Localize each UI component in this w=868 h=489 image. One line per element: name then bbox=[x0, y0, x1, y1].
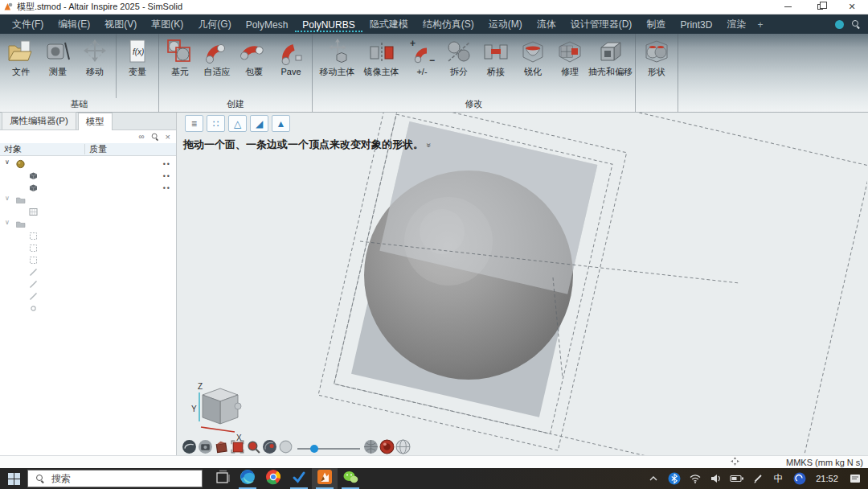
body-mode-icon[interactable]: ▲ bbox=[272, 115, 290, 132]
battery-icon[interactable] bbox=[727, 472, 746, 485]
3d-scene[interactable] bbox=[177, 113, 867, 455]
find-replace-icon[interactable]: ∞ bbox=[138, 133, 144, 141]
assistant-icon[interactable] bbox=[835, 20, 844, 29]
ribbon-button-split[interactable]: 拆分 bbox=[440, 38, 477, 98]
ribbon-button-mirror[interactable]: 镜像主体 bbox=[359, 38, 403, 98]
bluetooth-icon[interactable] bbox=[665, 472, 683, 485]
taskbar-app-task-view[interactable] bbox=[209, 468, 235, 489]
vertex-mode-icon[interactable]: ∷ bbox=[207, 115, 225, 132]
start-button[interactable] bbox=[0, 468, 27, 489]
chevron-down-icon[interactable]: ∨ bbox=[5, 158, 10, 166]
zoom-slider[interactable] bbox=[297, 442, 360, 456]
globe-icon[interactable] bbox=[395, 443, 411, 455]
material-icon[interactable] bbox=[379, 443, 395, 455]
ribbon-button-repair[interactable]: 修理 bbox=[551, 38, 588, 98]
menu-item-[interactable]: 渲染 bbox=[719, 15, 753, 33]
menu-item-g[interactable]: 几何(G) bbox=[190, 15, 238, 33]
visibility-dots[interactable]: •• bbox=[163, 160, 171, 168]
tree-item-9[interactable] bbox=[0, 266, 176, 278]
ribbon-button-plusminus[interactable]: +−+/- bbox=[403, 38, 440, 98]
visibility-dots[interactable]: •• bbox=[163, 172, 171, 180]
zoom-icon[interactable] bbox=[246, 443, 261, 455]
tree-item-1[interactable]: •• bbox=[0, 170, 176, 182]
menu-item-polynurbs[interactable]: PolyNURBS bbox=[295, 17, 362, 32]
tree-item-8[interactable] bbox=[0, 254, 176, 266]
menu-item-[interactable]: 隐式建模 bbox=[362, 15, 416, 33]
chevron-down-icon[interactable]: ∨ bbox=[5, 219, 10, 226]
tree-item-6[interactable] bbox=[0, 230, 176, 242]
ribbon-button-elbow[interactable]: 自适应 bbox=[199, 38, 235, 98]
minimize-button[interactable] bbox=[772, 0, 804, 14]
rotate-view-icon[interactable] bbox=[262, 443, 277, 455]
menu-item-[interactable]: 制造 bbox=[639, 15, 673, 33]
tree-item-12[interactable] bbox=[0, 302, 176, 314]
menu-item-k[interactable]: 草图(K) bbox=[144, 15, 190, 33]
ribbon-button-sharpen[interactable]: 锐化 bbox=[514, 38, 551, 98]
panel-tab-1[interactable]: 模型 bbox=[78, 113, 113, 130]
tree-item-5[interactable]: ∨ bbox=[0, 218, 176, 230]
ribbon-button-elbow3[interactable]: Pave bbox=[272, 38, 309, 98]
mesh-sphere-icon[interactable] bbox=[363, 443, 379, 455]
ribbon-button-primitives[interactable]: 基元 bbox=[162, 38, 199, 98]
column-mass[interactable]: 质量 bbox=[89, 143, 107, 155]
tree-item-4[interactable] bbox=[0, 206, 176, 218]
min-sphere-icon[interactable] bbox=[278, 443, 293, 455]
taskbar-app-inspire[interactable] bbox=[312, 468, 338, 489]
taskbar-search-input[interactable]: 搜索 bbox=[27, 470, 203, 487]
units-label[interactable]: MMKS (mm kg N s) bbox=[786, 458, 868, 467]
menu-item-v[interactable]: 视图(V) bbox=[97, 15, 144, 33]
tree-item-2[interactable]: •• bbox=[0, 182, 176, 194]
restore-button[interactable] bbox=[804, 0, 836, 14]
menu-item-[interactable]: 流体 bbox=[530, 15, 563, 33]
pen-icon[interactable] bbox=[748, 472, 767, 485]
menu-item-print3d[interactable]: Print3D bbox=[673, 17, 719, 32]
snapshot-icon[interactable] bbox=[198, 443, 213, 455]
hint-expand-icon[interactable]: » bbox=[424, 143, 433, 148]
volume-icon[interactable] bbox=[706, 472, 725, 485]
column-object[interactable]: 对象 bbox=[4, 143, 22, 155]
ribbon-button-shell[interactable]: 抽壳和偏移 bbox=[588, 38, 633, 98]
menu-search-icon[interactable] bbox=[852, 20, 860, 28]
menu-item-s[interactable]: 结构仿真(S) bbox=[416, 15, 481, 33]
taskbar-app-wechat[interactable] bbox=[338, 468, 363, 489]
tree-item-10[interactable] bbox=[0, 278, 176, 290]
tray-chevron-up-icon[interactable] bbox=[644, 473, 662, 484]
menu-item-m[interactable]: 运动(M) bbox=[481, 15, 530, 33]
taskbar-app-chrome[interactable] bbox=[260, 468, 286, 489]
edge-mode-icon[interactable]: △ bbox=[228, 115, 247, 132]
ribbon-button-movebody[interactable]: 移动主体 bbox=[315, 38, 359, 98]
units-icon[interactable] bbox=[731, 457, 739, 467]
panel-tab-0[interactable]: 属性编辑器(P) bbox=[2, 112, 76, 129]
visibility-dots[interactable]: •• bbox=[163, 184, 171, 192]
fit-view-icon[interactable] bbox=[230, 443, 245, 455]
tree-item-3[interactable]: ∨ bbox=[0, 194, 176, 206]
ribbon-button-bridge[interactable]: 桥接 bbox=[477, 38, 514, 98]
taskbar-app-edge[interactable] bbox=[235, 468, 260, 489]
ribbon-button-fx[interactable]: f(x)变量 bbox=[119, 38, 156, 98]
clock[interactable]: 21:52 bbox=[811, 474, 843, 483]
menu-item-polymesh[interactable]: PolyMesh bbox=[239, 17, 296, 32]
zoom-slider-handle[interactable] bbox=[310, 445, 318, 453]
menu-item-d[interactable]: 设计管理器(D) bbox=[563, 15, 640, 33]
chevron-down-icon[interactable]: ∨ bbox=[5, 195, 10, 202]
input-method-disc-icon[interactable] bbox=[790, 472, 809, 485]
panel-close-icon[interactable]: × bbox=[166, 133, 170, 141]
face-mode-icon[interactable]: ◢ bbox=[250, 115, 268, 132]
ribbon-button-move[interactable]: 移动 bbox=[76, 38, 113, 98]
wifi-icon[interactable] bbox=[686, 472, 704, 485]
tree-item-7[interactable] bbox=[0, 242, 176, 254]
view-cube[interactable]: Z Y X bbox=[190, 381, 249, 447]
tree-item-11[interactable] bbox=[0, 290, 176, 302]
view-orientation-icon[interactable] bbox=[214, 443, 229, 455]
notification-icon[interactable] bbox=[845, 472, 864, 485]
ribbon-button-file[interactable]: 文件 bbox=[2, 38, 39, 98]
ribbon-button-measure[interactable]: 测量 bbox=[39, 38, 76, 98]
spin-view-icon[interactable] bbox=[182, 443, 197, 455]
menu-icon[interactable]: ≡ bbox=[185, 115, 203, 132]
viewport-3d[interactable]: ≡∷△◢▲ 拖动一个面、一条边或一个顶点来改变对象的形状。» Z Y X bbox=[177, 113, 868, 455]
ribbon-button-shape[interactable]: 形状 bbox=[638, 38, 675, 98]
ribbon-button-elbow2[interactable]: 包覆 bbox=[235, 38, 272, 98]
menu-item-e[interactable]: 编辑(E) bbox=[51, 15, 97, 33]
taskbar-app-check-app[interactable] bbox=[286, 468, 312, 489]
tree-item-0[interactable]: ∨•• bbox=[0, 158, 176, 170]
